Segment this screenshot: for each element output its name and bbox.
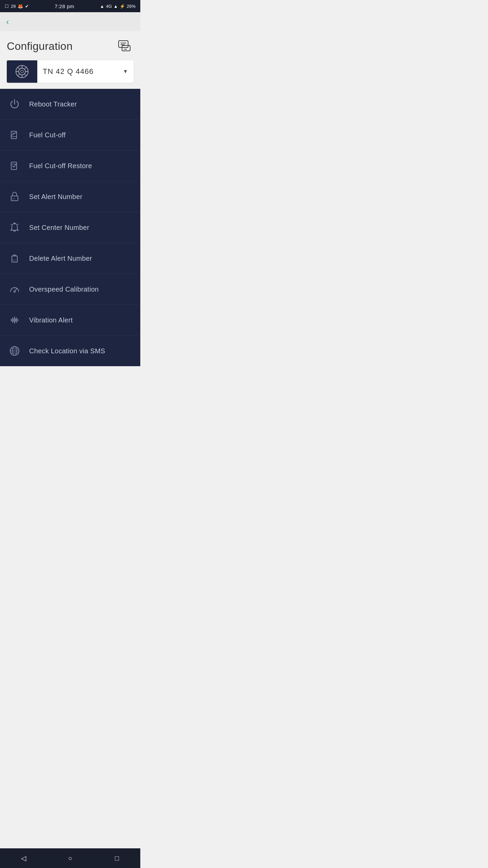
svg-rect-0 [119, 41, 128, 47]
menu-item-vibration-alert[interactable]: Vibration Alert [0, 305, 140, 336]
overspeed-calibration-label: Overspeed Calibration [29, 285, 99, 293]
page-header: Configuration [0, 31, 140, 60]
top-nav: ‹ [0, 12, 140, 31]
back-nav-button[interactable]: ◁ [17, 851, 30, 865]
menu-item-overspeed-calibration[interactable]: Overspeed Calibration [0, 274, 140, 305]
page-title: Configuration [7, 40, 73, 53]
vehicle-selector[interactable]: TN 42 Q 4466 ▼ [7, 60, 134, 83]
speedometer-icon [7, 281, 22, 297]
svg-text:****: **** [12, 198, 15, 200]
globe-icon [7, 343, 22, 359]
set-alert-number-label: Set Alert Number [29, 193, 82, 201]
menu-item-fuel-cutoff[interactable]: Fuel Cut-off [0, 120, 140, 151]
delete-number-icon: **** [7, 251, 22, 266]
svg-line-16 [17, 74, 19, 76]
vehicle-icon-box [7, 60, 37, 83]
set-center-number-label: Set Center Number [29, 224, 89, 232]
svg-line-13 [17, 67, 19, 69]
delete-alert-number-label: Delete Alert Number [29, 255, 92, 262]
menu-item-check-location-sms[interactable]: Check Location via SMS [0, 336, 140, 366]
svg-line-19 [11, 132, 17, 136]
svg-rect-21 [11, 162, 17, 170]
svg-line-15 [25, 67, 27, 69]
fuel-cutoff-restore-label: Fuel Cut-off Restore [29, 162, 92, 170]
fuel-restore-icon [7, 158, 22, 174]
config-list: Reboot Tracker Fuel Cut-off Fuel Cut-off… [0, 89, 140, 366]
signal-icon: ▲ [100, 4, 104, 9]
vibration-alert-label: Vibration Alert [29, 316, 73, 324]
status-right-icons: ▲ 4G ▲ ⚡ 26% [100, 4, 136, 9]
check-icon: ✔ [25, 4, 29, 9]
svg-point-7 [19, 68, 25, 75]
menu-item-delete-alert-number[interactable]: **** Delete Alert Number [0, 243, 140, 274]
bell-icon [7, 220, 22, 235]
svg-line-27 [18, 224, 19, 225]
dropdown-arrow: ▼ [123, 68, 134, 75]
svg-line-26 [11, 224, 12, 225]
firefox-icon: 🦊 [18, 4, 23, 9]
bottom-nav: ◁ ○ □ [0, 848, 140, 868]
calendar-icon: 29 [11, 4, 16, 9]
svg-text:****: **** [12, 259, 16, 262]
menu-item-fuel-cutoff-restore[interactable]: Fuel Cut-off Restore [0, 151, 140, 181]
status-left-icons: ☐ 29 🦊 ✔ [5, 4, 29, 9]
power-icon [7, 96, 22, 112]
lock-number-icon: **** [7, 189, 22, 204]
svg-line-14 [25, 74, 27, 76]
back-button[interactable]: ‹ [6, 17, 9, 26]
vehicle-plate: TN 42 Q 4466 [37, 67, 123, 76]
vibration-icon [7, 312, 22, 328]
square-icon: ☐ [5, 4, 9, 9]
reboot-tracker-label: Reboot Tracker [29, 100, 77, 108]
svg-rect-3 [122, 45, 130, 51]
check-location-sms-label: Check Location via SMS [29, 347, 105, 355]
signal-bars: ▲ [114, 4, 118, 9]
signal-4g: 4G [106, 4, 112, 9]
status-bar: ☐ 29 🦊 ✔ 7:28 pm ▲ 4G ▲ ⚡ 26% [0, 0, 140, 12]
fuel-cutoff-icon [7, 127, 22, 143]
battery-percent: 26% [127, 4, 136, 9]
svg-point-8 [21, 70, 23, 73]
status-time: 7:28 pm [55, 3, 74, 9]
fuel-cutoff-label: Fuel Cut-off [29, 131, 66, 139]
menu-item-set-center-number[interactable]: Set Center Number [0, 212, 140, 243]
battery-icon: ⚡ [120, 4, 125, 9]
home-nav-button[interactable]: ○ [63, 851, 77, 865]
recents-nav-button[interactable]: □ [110, 851, 124, 865]
messages-icon[interactable] [116, 37, 134, 55]
menu-item-reboot-tracker[interactable]: Reboot Tracker [0, 89, 140, 120]
menu-item-set-alert-number[interactable]: **** Set Alert Number [0, 181, 140, 212]
